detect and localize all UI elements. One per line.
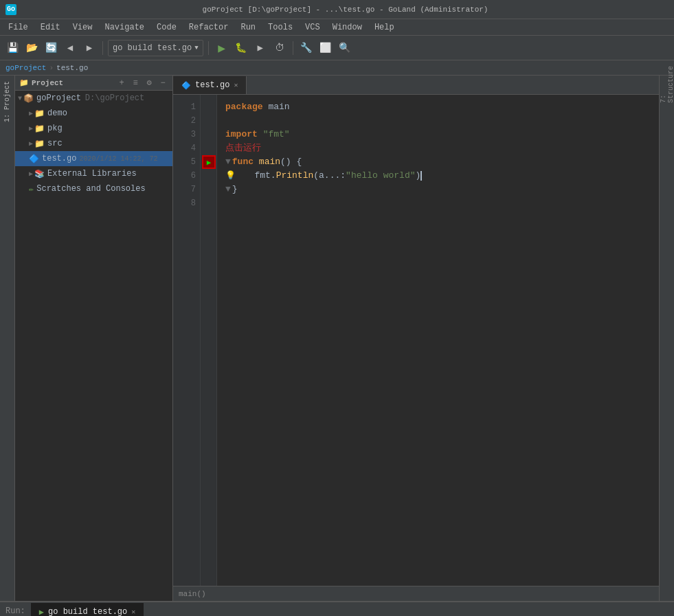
sync-button[interactable]: 🔄: [43, 40, 59, 56]
fn-main: main: [259, 155, 280, 169]
right-structure-btn[interactable]: 7: Structure: [661, 78, 673, 91]
run-label-text: Run:: [5, 606, 25, 616]
bottom-tab-label: go build test.go: [48, 607, 127, 616]
run-button[interactable]: ▶: [214, 40, 230, 56]
colon: :: [340, 169, 346, 183]
menu-tools[interactable]: Tools: [262, 21, 298, 34]
back-button[interactable]: ◀: [62, 40, 78, 56]
code-line-6: 💡 fmt . Println ( a... : "hello world" ): [225, 169, 659, 183]
panel-minimize-button[interactable]: −: [157, 78, 168, 89]
sidebar-left-strip: 1: Project: [0, 76, 15, 601]
text-cursor: [420, 171, 422, 181]
panel-add-button[interactable]: +: [116, 78, 127, 89]
file-tree: ▼ 📦 goProject D:\goProject ▶ 📁 demo ▶ 📁 …: [15, 91, 172, 601]
menu-refactor[interactable]: Refactor: [183, 21, 234, 34]
debug-button[interactable]: 🐛: [233, 40, 249, 56]
breadcrumb: goProject › test.go: [0, 60, 674, 76]
menu-navigate[interactable]: Navigate: [99, 21, 150, 34]
kw-import: import: [225, 128, 258, 141]
tree-item-extlibs[interactable]: ▶ 📚 External Libraries: [15, 166, 172, 181]
line-num-6: 6: [173, 169, 196, 183]
line-num-4: 4: [173, 141, 196, 155]
menu-edit[interactable]: Edit: [35, 21, 66, 34]
extlibs-label: External Libraries: [47, 169, 137, 179]
lightbulb-icon: 💡: [225, 169, 236, 183]
breadcrumb-project[interactable]: goProject: [5, 64, 46, 72]
panel-settings-button[interactable]: ⚙: [144, 78, 155, 89]
save-button[interactable]: 💾: [4, 40, 21, 56]
title-bar: Go goProject [D:\goProject] - ...\test.g…: [0, 0, 674, 19]
line-numbers: 1 2 3 4 5 6 7 8: [173, 95, 201, 586]
param-a: a...: [319, 169, 340, 183]
tree-item-pkg[interactable]: ▶ 📁 pkg: [15, 121, 172, 136]
func-space: [254, 155, 259, 169]
bottom-panel: Run: ▶ go build test.go ✕ ▶ ⏹ ↺ ⬇ 🗑 📌 <4…: [0, 601, 674, 616]
tree-root[interactable]: ▼ 📦 goProject D:\goProject: [15, 91, 172, 106]
menu-help[interactable]: Help: [369, 21, 400, 34]
folder-icon: 📁: [34, 124, 45, 134]
code-line-8: [225, 196, 659, 210]
code-editor[interactable]: package main import "fmt" 点击运行 ▼: [217, 95, 659, 586]
coverage-button[interactable]: ▶: [252, 40, 269, 56]
editor-main: 1 2 3 4 5 6 7 8 ▶ package main: [173, 95, 659, 586]
menu-bar: File Edit View Navigate Code Refactor Ru…: [0, 19, 674, 36]
window-title: goProject [D:\goProject] - ...\test.go -…: [22, 5, 669, 14]
code-line-1: package main: [225, 100, 659, 114]
tree-item-demo[interactable]: ▶ 📁 demo: [15, 106, 172, 121]
build-config-dropdown[interactable]: go build test.go ▼: [108, 40, 203, 56]
toolbar-sep-2: [208, 41, 209, 55]
code-line-7: ▼ }: [225, 183, 659, 196]
breadcrumb-sep: ›: [49, 64, 54, 72]
root-arrow-icon: ▼: [18, 95, 22, 102]
menu-code[interactable]: Code: [151, 21, 182, 34]
root-path: D:\goProject: [85, 93, 144, 103]
panel-collapse-button[interactable]: ≡: [130, 78, 141, 89]
toolbar: 💾 📂 🔄 ◀ ▶ go build test.go ▼ ▶ 🐛 ▶ ⏱ 🔧 ⬜…: [0, 36, 674, 60]
tree-item-src[interactable]: ▶ 📁 src: [15, 136, 172, 151]
tree-item-testgo[interactable]: 🔷 test.go 2020/1/12 14:22, 72: [15, 151, 172, 166]
src-arrow-icon: ▶: [29, 139, 33, 148]
menu-vcs[interactable]: VCS: [300, 21, 326, 34]
hello-world-str: "hello world": [346, 169, 415, 183]
tab-testgo[interactable]: 🔷 test.go ✕: [173, 76, 247, 94]
run-icon: ▶: [39, 607, 44, 617]
line-num-2: 2: [173, 114, 196, 128]
file-go-icon: 🔷: [29, 154, 39, 164]
profile-button[interactable]: ⏱: [271, 40, 288, 56]
project-panel: 📁 Project + ≡ ⚙ − ▼ 📦 goProject D:\goPro…: [15, 76, 173, 601]
menu-file[interactable]: File: [3, 21, 34, 34]
menu-window[interactable]: Window: [327, 21, 368, 34]
scratches-label: Scratches and Consoles: [36, 184, 145, 194]
open-button[interactable]: 📂: [23, 40, 40, 56]
expand-button[interactable]: ⬜: [317, 40, 334, 56]
settings-button[interactable]: 🔧: [298, 40, 315, 56]
demo-label: demo: [47, 109, 67, 118]
folder-icon: 📁: [34, 139, 45, 149]
line-num-7: 7: [173, 183, 196, 196]
tab-close-icon[interactable]: ✕: [234, 81, 238, 89]
editor-status-text: main(): [179, 590, 206, 598]
line-num-8: 8: [173, 196, 196, 210]
tree-item-scratches[interactable]: ✏️ Scratches and Consoles: [15, 181, 172, 196]
forward-button[interactable]: ▶: [81, 40, 98, 56]
project-panel-label[interactable]: 1: Project: [2, 78, 12, 125]
editor-status-bar: main(): [173, 586, 659, 601]
pkg-label: pkg: [47, 124, 63, 133]
src-label: src: [47, 139, 63, 148]
bottom-tab-close-icon[interactable]: ✕: [131, 608, 135, 616]
println-fn: Println: [276, 169, 314, 183]
breadcrumb-file[interactable]: test.go: [56, 64, 88, 72]
folder-icon: 📁: [34, 109, 45, 119]
toolbar-sep-1: [102, 41, 103, 55]
close-paren: ): [416, 169, 421, 183]
println-indent: [238, 169, 254, 183]
tab-testgo-label: test.go: [195, 80, 229, 90]
gutter-run-button[interactable]: ▶: [202, 155, 216, 169]
go-logo-icon: Go: [5, 4, 16, 15]
bottom-tab-build[interactable]: ▶ go build test.go ✕: [31, 603, 144, 616]
search-button[interactable]: 🔍: [337, 40, 353, 56]
import-space: [258, 128, 263, 141]
menu-run[interactable]: Run: [235, 21, 261, 34]
panel-header: 📁 Project + ≡ ⚙ −: [15, 76, 172, 91]
menu-view[interactable]: View: [67, 21, 98, 34]
